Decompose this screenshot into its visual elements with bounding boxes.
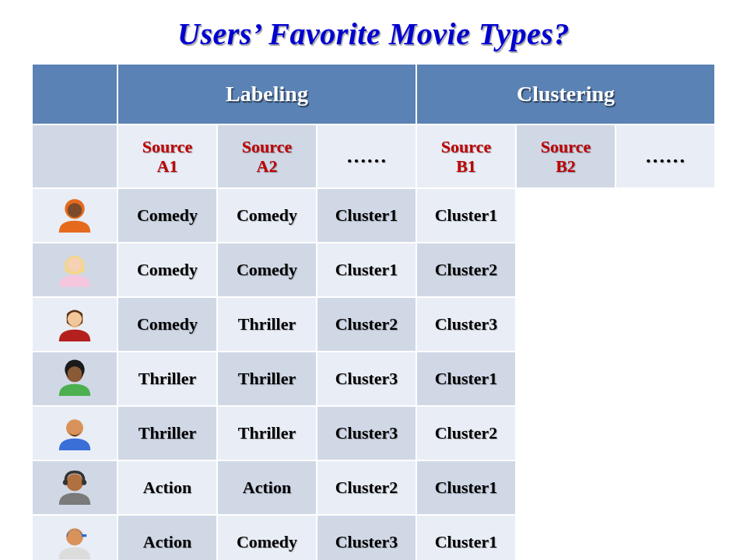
svg-point-16 — [68, 421, 82, 436]
source-b2: SourceB2 — [516, 124, 615, 188]
table-row: ActionComedyCluster3Cluster1 — [32, 515, 715, 560]
cell-b1: Cluster1 — [317, 188, 416, 243]
cell-a1: Comedy — [117, 188, 217, 243]
data-table: Labeling Clustering SourceA1 SourceA2 ……… — [31, 63, 716, 560]
ellipsis-label: …… — [346, 145, 387, 167]
user-pink-blonde-icon — [33, 249, 117, 291]
cell-b1-label: Cluster3 — [335, 423, 398, 443]
cell-b2-label: Cluster2 — [435, 423, 498, 443]
user-grey-headset-icon — [33, 467, 117, 509]
svg-point-6 — [68, 257, 82, 272]
svg-point-3 — [68, 203, 82, 218]
cell-b2: Cluster3 — [416, 297, 516, 352]
cell-a1: Action — [117, 460, 217, 515]
cell-a1: Thriller — [117, 406, 217, 460]
cell-a2-label: Thriller — [238, 369, 296, 388]
cell-a1: Action — [117, 515, 217, 560]
cell-a1: Comedy — [117, 243, 217, 297]
cell-b1-label: Cluster1 — [335, 260, 398, 279]
cell-b2: Cluster1 — [416, 188, 516, 243]
cell-b1-label: Cluster2 — [335, 478, 398, 497]
cell-a1-label: Thriller — [139, 369, 197, 388]
header-clustering-label: Clustering — [517, 82, 615, 106]
ellipsis-label: …… — [645, 145, 686, 167]
source-a1-label: SourceA1 — [118, 137, 216, 177]
cell-b2-label: Cluster3 — [435, 314, 498, 334]
cell-b2: Cluster1 — [416, 515, 516, 560]
header-clustering: Clustering — [416, 64, 715, 124]
cell-a1-label: Action — [143, 478, 191, 497]
table-row: ComedyThrillerCluster2Cluster3 — [32, 297, 715, 352]
avatar — [32, 352, 117, 406]
cell-a2: Action — [217, 460, 317, 515]
svg-point-21 — [68, 475, 82, 490]
source-a1: SourceA1 — [117, 124, 217, 188]
cell-a1-label: Comedy — [137, 260, 198, 279]
cell-b1-label: Cluster1 — [335, 205, 398, 225]
svg-point-24 — [68, 530, 82, 544]
cell-b1: Cluster2 — [317, 460, 416, 515]
cell-a2: Thriller — [217, 406, 317, 460]
cell-a1-label: Comedy — [137, 205, 198, 225]
source-b2-label: SourceB2 — [517, 137, 615, 177]
cell-a2: Comedy — [217, 243, 317, 297]
cell-b2-label: Cluster1 — [435, 478, 498, 497]
table-row: ThrillerThrillerCluster3Cluster2 — [32, 406, 715, 460]
user-blue-cap-icon — [33, 521, 117, 560]
cell-b2-label: Cluster1 — [435, 205, 498, 225]
avatar — [32, 406, 117, 460]
cell-a2-label: Comedy — [237, 205, 297, 225]
header-blank — [32, 64, 117, 124]
cell-b2: Cluster2 — [416, 243, 516, 297]
cell-a2: Comedy — [217, 188, 317, 243]
source-blank — [32, 124, 117, 188]
source-b1-label: SourceB1 — [417, 137, 515, 177]
cell-b1: Cluster3 — [317, 515, 416, 560]
cell-a1: Thriller — [117, 352, 217, 406]
header-row: Labeling Clustering — [32, 64, 715, 124]
table-row: ComedyComedyCluster1Cluster1 — [32, 188, 715, 243]
cell-b1: Cluster1 — [317, 243, 416, 297]
user-green-afro-icon — [33, 358, 117, 400]
header-labeling: Labeling — [117, 64, 416, 124]
cell-a1-label: Comedy — [137, 314, 198, 334]
svg-point-9 — [68, 312, 82, 327]
cell-b1: Cluster3 — [317, 406, 416, 460]
cell-b1-label: Cluster3 — [335, 532, 398, 551]
table-row: ComedyComedyCluster1Cluster2 — [32, 243, 715, 297]
cell-b1: Cluster2 — [317, 297, 416, 352]
cell-b1-label: Cluster2 — [335, 314, 398, 334]
clustering-ellipsis: …… — [615, 124, 715, 188]
cell-b1: Cluster3 — [317, 352, 416, 406]
avatar — [32, 297, 117, 352]
source-row: SourceA1 SourceA2 …… SourceB1 SourceB2 …… — [32, 124, 715, 188]
cell-a2-label: Comedy — [237, 260, 297, 279]
header-labeling-label: Labeling — [226, 82, 308, 106]
cell-a1-label: Action — [143, 532, 191, 551]
avatar — [32, 188, 117, 243]
user-red-brown-icon — [33, 303, 117, 345]
page-title: Users’ Favorite Movie Types? — [0, 16, 747, 52]
cell-a1-label: Thriller — [139, 423, 197, 443]
source-b1: SourceB1 — [416, 124, 516, 188]
cell-a2-label: Thriller — [238, 314, 296, 334]
cell-a2: Thriller — [217, 297, 317, 352]
table-row: ThrillerThrillerCluster3Cluster1 — [32, 352, 715, 406]
labeling-ellipsis: …… — [317, 124, 416, 188]
source-a2: SourceA2 — [217, 124, 317, 188]
cell-a2: Thriller — [217, 352, 317, 406]
table-row: ActionActionCluster2Cluster1 — [32, 460, 715, 515]
cell-b1-label: Cluster3 — [335, 369, 398, 388]
cell-b2-label: Cluster1 — [435, 369, 498, 388]
avatar — [32, 243, 117, 297]
avatar — [32, 515, 117, 560]
cell-a2-label: Thriller — [238, 423, 296, 443]
cell-b2-label: Cluster1 — [435, 532, 498, 551]
source-a2-label: SourceA2 — [218, 137, 316, 177]
avatar — [32, 460, 117, 515]
cell-b2: Cluster1 — [416, 352, 516, 406]
cell-b2-label: Cluster2 — [435, 260, 498, 279]
cell-a2-label: Action — [243, 478, 291, 497]
cell-b2: Cluster2 — [416, 406, 516, 460]
user-blue-beard-icon — [33, 412, 117, 454]
